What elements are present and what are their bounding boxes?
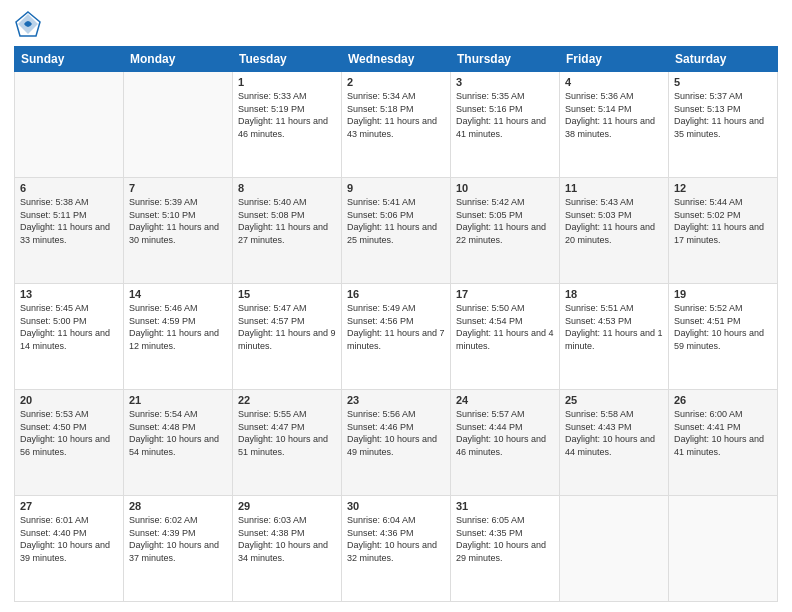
day-number: 9 <box>347 182 445 194</box>
day-cell: 18Sunrise: 5:51 AMSunset: 4:53 PMDayligh… <box>560 284 669 390</box>
day-cell: 26Sunrise: 6:00 AMSunset: 4:41 PMDayligh… <box>669 390 778 496</box>
day-info: Sunrise: 5:51 AMSunset: 4:53 PMDaylight:… <box>565 302 663 352</box>
day-number: 22 <box>238 394 336 406</box>
day-cell <box>560 496 669 602</box>
day-number: 1 <box>238 76 336 88</box>
day-number: 26 <box>674 394 772 406</box>
day-cell: 15Sunrise: 5:47 AMSunset: 4:57 PMDayligh… <box>233 284 342 390</box>
day-number: 31 <box>456 500 554 512</box>
day-info: Sunrise: 5:45 AMSunset: 5:00 PMDaylight:… <box>20 302 118 352</box>
day-cell: 1Sunrise: 5:33 AMSunset: 5:19 PMDaylight… <box>233 72 342 178</box>
day-cell <box>124 72 233 178</box>
day-number: 17 <box>456 288 554 300</box>
day-cell: 13Sunrise: 5:45 AMSunset: 5:00 PMDayligh… <box>15 284 124 390</box>
day-cell: 12Sunrise: 5:44 AMSunset: 5:02 PMDayligh… <box>669 178 778 284</box>
day-cell: 9Sunrise: 5:41 AMSunset: 5:06 PMDaylight… <box>342 178 451 284</box>
day-cell: 5Sunrise: 5:37 AMSunset: 5:13 PMDaylight… <box>669 72 778 178</box>
day-number: 20 <box>20 394 118 406</box>
page: Sunday Monday Tuesday Wednesday Thursday… <box>0 0 792 612</box>
day-info: Sunrise: 5:34 AMSunset: 5:18 PMDaylight:… <box>347 90 445 140</box>
day-number: 13 <box>20 288 118 300</box>
day-number: 6 <box>20 182 118 194</box>
day-cell: 3Sunrise: 5:35 AMSunset: 5:16 PMDaylight… <box>451 72 560 178</box>
day-info: Sunrise: 6:00 AMSunset: 4:41 PMDaylight:… <box>674 408 772 458</box>
day-info: Sunrise: 5:35 AMSunset: 5:16 PMDaylight:… <box>456 90 554 140</box>
day-cell: 31Sunrise: 6:05 AMSunset: 4:35 PMDayligh… <box>451 496 560 602</box>
day-cell: 27Sunrise: 6:01 AMSunset: 4:40 PMDayligh… <box>15 496 124 602</box>
day-cell: 23Sunrise: 5:56 AMSunset: 4:46 PMDayligh… <box>342 390 451 496</box>
calendar-table: Sunday Monday Tuesday Wednesday Thursday… <box>14 46 778 602</box>
day-cell: 8Sunrise: 5:40 AMSunset: 5:08 PMDaylight… <box>233 178 342 284</box>
day-number: 8 <box>238 182 336 194</box>
day-cell: 16Sunrise: 5:49 AMSunset: 4:56 PMDayligh… <box>342 284 451 390</box>
header-wednesday: Wednesday <box>342 47 451 72</box>
week-row-4: 20Sunrise: 5:53 AMSunset: 4:50 PMDayligh… <box>15 390 778 496</box>
day-number: 18 <box>565 288 663 300</box>
day-info: Sunrise: 5:37 AMSunset: 5:13 PMDaylight:… <box>674 90 772 140</box>
header-monday: Monday <box>124 47 233 72</box>
day-info: Sunrise: 6:04 AMSunset: 4:36 PMDaylight:… <box>347 514 445 564</box>
day-info: Sunrise: 6:02 AMSunset: 4:39 PMDaylight:… <box>129 514 227 564</box>
day-info: Sunrise: 5:39 AMSunset: 5:10 PMDaylight:… <box>129 196 227 246</box>
day-cell: 28Sunrise: 6:02 AMSunset: 4:39 PMDayligh… <box>124 496 233 602</box>
day-info: Sunrise: 5:43 AMSunset: 5:03 PMDaylight:… <box>565 196 663 246</box>
day-cell: 25Sunrise: 5:58 AMSunset: 4:43 PMDayligh… <box>560 390 669 496</box>
day-number: 23 <box>347 394 445 406</box>
header-thursday: Thursday <box>451 47 560 72</box>
day-cell: 29Sunrise: 6:03 AMSunset: 4:38 PMDayligh… <box>233 496 342 602</box>
day-number: 12 <box>674 182 772 194</box>
day-number: 5 <box>674 76 772 88</box>
day-info: Sunrise: 5:40 AMSunset: 5:08 PMDaylight:… <box>238 196 336 246</box>
day-number: 19 <box>674 288 772 300</box>
day-number: 16 <box>347 288 445 300</box>
day-info: Sunrise: 5:38 AMSunset: 5:11 PMDaylight:… <box>20 196 118 246</box>
weekday-header-row: Sunday Monday Tuesday Wednesday Thursday… <box>15 47 778 72</box>
day-number: 4 <box>565 76 663 88</box>
day-cell: 19Sunrise: 5:52 AMSunset: 4:51 PMDayligh… <box>669 284 778 390</box>
day-number: 11 <box>565 182 663 194</box>
week-row-1: 1Sunrise: 5:33 AMSunset: 5:19 PMDaylight… <box>15 72 778 178</box>
day-info: Sunrise: 5:56 AMSunset: 4:46 PMDaylight:… <box>347 408 445 458</box>
day-info: Sunrise: 5:46 AMSunset: 4:59 PMDaylight:… <box>129 302 227 352</box>
day-cell: 22Sunrise: 5:55 AMSunset: 4:47 PMDayligh… <box>233 390 342 496</box>
day-number: 7 <box>129 182 227 194</box>
day-info: Sunrise: 5:53 AMSunset: 4:50 PMDaylight:… <box>20 408 118 458</box>
day-info: Sunrise: 6:05 AMSunset: 4:35 PMDaylight:… <box>456 514 554 564</box>
day-info: Sunrise: 6:01 AMSunset: 4:40 PMDaylight:… <box>20 514 118 564</box>
day-info: Sunrise: 5:47 AMSunset: 4:57 PMDaylight:… <box>238 302 336 352</box>
day-info: Sunrise: 5:58 AMSunset: 4:43 PMDaylight:… <box>565 408 663 458</box>
day-info: Sunrise: 5:41 AMSunset: 5:06 PMDaylight:… <box>347 196 445 246</box>
day-info: Sunrise: 5:52 AMSunset: 4:51 PMDaylight:… <box>674 302 772 352</box>
day-info: Sunrise: 5:50 AMSunset: 4:54 PMDaylight:… <box>456 302 554 352</box>
header <box>14 10 778 38</box>
day-cell: 4Sunrise: 5:36 AMSunset: 5:14 PMDaylight… <box>560 72 669 178</box>
day-cell: 2Sunrise: 5:34 AMSunset: 5:18 PMDaylight… <box>342 72 451 178</box>
day-cell: 14Sunrise: 5:46 AMSunset: 4:59 PMDayligh… <box>124 284 233 390</box>
header-sunday: Sunday <box>15 47 124 72</box>
day-number: 24 <box>456 394 554 406</box>
day-number: 28 <box>129 500 227 512</box>
day-cell: 20Sunrise: 5:53 AMSunset: 4:50 PMDayligh… <box>15 390 124 496</box>
day-number: 29 <box>238 500 336 512</box>
day-cell <box>669 496 778 602</box>
week-row-3: 13Sunrise: 5:45 AMSunset: 5:00 PMDayligh… <box>15 284 778 390</box>
day-cell <box>15 72 124 178</box>
day-cell: 7Sunrise: 5:39 AMSunset: 5:10 PMDaylight… <box>124 178 233 284</box>
day-number: 21 <box>129 394 227 406</box>
day-number: 30 <box>347 500 445 512</box>
day-info: Sunrise: 5:44 AMSunset: 5:02 PMDaylight:… <box>674 196 772 246</box>
day-cell: 30Sunrise: 6:04 AMSunset: 4:36 PMDayligh… <box>342 496 451 602</box>
day-cell: 24Sunrise: 5:57 AMSunset: 4:44 PMDayligh… <box>451 390 560 496</box>
day-info: Sunrise: 5:36 AMSunset: 5:14 PMDaylight:… <box>565 90 663 140</box>
day-number: 2 <box>347 76 445 88</box>
logo-icon <box>14 10 42 38</box>
day-cell: 6Sunrise: 5:38 AMSunset: 5:11 PMDaylight… <box>15 178 124 284</box>
day-number: 3 <box>456 76 554 88</box>
header-saturday: Saturday <box>669 47 778 72</box>
day-info: Sunrise: 5:42 AMSunset: 5:05 PMDaylight:… <box>456 196 554 246</box>
day-number: 14 <box>129 288 227 300</box>
day-cell: 10Sunrise: 5:42 AMSunset: 5:05 PMDayligh… <box>451 178 560 284</box>
day-info: Sunrise: 6:03 AMSunset: 4:38 PMDaylight:… <box>238 514 336 564</box>
week-row-2: 6Sunrise: 5:38 AMSunset: 5:11 PMDaylight… <box>15 178 778 284</box>
day-cell: 17Sunrise: 5:50 AMSunset: 4:54 PMDayligh… <box>451 284 560 390</box>
